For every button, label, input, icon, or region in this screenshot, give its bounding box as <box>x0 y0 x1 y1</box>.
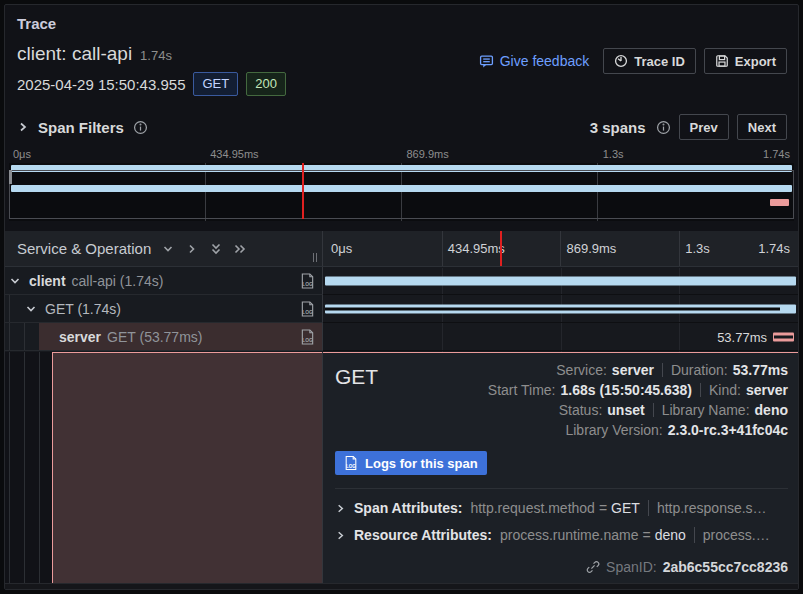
minimap-tick: 0μs <box>13 148 31 160</box>
meta-value: unset <box>607 402 644 418</box>
attribute-value: GET <box>611 500 640 516</box>
span-name-cell: client call-api (1.74s) LOG <box>5 267 323 295</box>
trace-id-button[interactable]: Trace ID <box>603 48 696 74</box>
chevron-right-icon <box>17 121 29 133</box>
chevron-right-icon <box>335 503 346 514</box>
meta-value: 53.77ms <box>733 362 788 378</box>
divider <box>662 363 663 377</box>
span-row-client-call-api[interactable]: client call-api (1.74s) LOG <box>5 267 798 295</box>
indent-guide <box>24 323 25 350</box>
timeline-cursor-line <box>500 231 502 266</box>
column-splitter-handle[interactable] <box>313 253 317 262</box>
minimap-tick: 434.95ms <box>210 148 258 160</box>
timeline-tick: 0μs <box>331 241 352 256</box>
span-id-value: 2ab6c55cc7cc8236 <box>663 559 788 575</box>
indent-guide <box>9 323 10 350</box>
span-detail-left-gutter <box>5 352 323 583</box>
span-service: client <box>29 273 66 289</box>
span-filters-row: Span Filters 3 spans Prev Next <box>17 108 787 146</box>
span-filters-toggle[interactable]: Span Filters <box>17 119 148 136</box>
span-navigation: 3 spans Prev Next <box>590 114 787 140</box>
svg-text:LOG: LOG <box>302 310 313 315</box>
prev-span-button[interactable]: Prev <box>679 114 729 140</box>
span-attributes-toggle[interactable]: Span Attributes: http.request.method=GET… <box>335 500 788 516</box>
divider <box>335 488 788 489</box>
span-bar[interactable] <box>325 276 796 285</box>
span-timeline-cell <box>323 267 798 295</box>
meta-value: server <box>746 382 788 398</box>
minimap-tick-labels: 0μs 434.95ms 869.9ms 1.3s 1.74s <box>9 147 794 163</box>
meta-label: Status: <box>559 402 603 418</box>
meta-label: Kind: <box>709 382 741 398</box>
span-row-get[interactable]: GET (1.74s) LOG <box>5 295 798 323</box>
span-timeline-cell <box>323 295 798 323</box>
divider <box>648 500 649 516</box>
minimap-span-bar <box>11 185 792 192</box>
critical-path-stripe <box>325 307 780 310</box>
meta-label: Start Time: <box>488 382 556 398</box>
chevron-right-icon[interactable] <box>185 242 199 256</box>
svg-text:LOG: LOG <box>302 338 313 343</box>
span-logs-icon[interactable]: LOG <box>300 328 315 346</box>
indent-guide <box>24 352 25 583</box>
indent-guide <box>9 352 10 583</box>
span-service: server <box>59 329 101 345</box>
double-chevron-down-icon[interactable] <box>209 242 223 256</box>
logs-for-span-button[interactable]: LOG Logs for this span <box>335 451 487 475</box>
trace-duration: 1.74s <box>140 48 172 63</box>
trace-header-left: client: call-api 1.74s 2025-04-29 15:50:… <box>17 43 286 96</box>
logs-button-label: Logs for this span <box>365 456 478 471</box>
span-timeline-cell: 53.77ms <box>323 323 798 351</box>
collapse-chevron-icon[interactable] <box>25 303 37 315</box>
logs-icon: LOG <box>344 455 358 471</box>
span-row-server-get[interactable]: server GET (53.77ms) LOG 53.77ms <box>5 323 798 351</box>
double-chevron-right-icon[interactable] <box>233 242 247 256</box>
chevron-right-icon <box>335 530 346 541</box>
divider <box>694 527 695 543</box>
trace-header-actions: Give feedback Trace ID <box>479 48 787 74</box>
attribute-key: process.… <box>703 527 770 543</box>
resource-attributes-label: Resource Attributes: <box>354 527 492 543</box>
timeline-tick: 434.95ms <box>448 241 505 256</box>
minimap-drag-handle[interactable] <box>9 170 12 184</box>
timeline-tick: 869.9ms <box>567 241 617 256</box>
next-span-button[interactable]: Next <box>737 114 787 140</box>
span-operation: GET (53.77ms) <box>107 329 202 345</box>
span-bar[interactable] <box>773 332 794 341</box>
span-detail-panel: GET Service:server Duration:53.77ms Star… <box>323 352 798 583</box>
service-operation-title: Service & Operation <box>17 240 151 257</box>
span-logs-icon[interactable]: LOG <box>300 300 315 318</box>
minimap-tick: 869.9ms <box>407 148 449 160</box>
export-button[interactable]: Export <box>704 48 787 74</box>
indent-guide <box>39 352 40 583</box>
trace-name: client: call-api <box>17 43 132 65</box>
info-icon[interactable] <box>133 120 148 135</box>
link-icon[interactable] <box>586 560 600 574</box>
span-id-footer: SpanID: 2ab6c55cc7cc8236 <box>586 559 788 575</box>
divider <box>700 383 701 397</box>
give-feedback-link[interactable]: Give feedback <box>479 53 590 69</box>
minimap-tick: 1.3s <box>603 148 624 160</box>
chevron-down-icon[interactable] <box>161 242 175 256</box>
horizontal-scrollbar-track[interactable] <box>5 583 798 589</box>
span-id-label: SpanID: <box>606 559 657 575</box>
span-logs-icon[interactable]: LOG <box>300 272 315 290</box>
divider <box>653 403 654 417</box>
clock-icon <box>614 54 628 68</box>
svg-text:LOG: LOG <box>346 464 356 469</box>
collapse-chevron-icon[interactable] <box>9 275 21 287</box>
span-bar[interactable] <box>325 304 796 313</box>
critical-path-stripe <box>774 335 793 338</box>
minimap-canvas[interactable] <box>9 163 794 221</box>
panel-title: Trace <box>17 15 56 32</box>
span-count: 3 spans <box>590 119 646 136</box>
method-badge: GET <box>193 72 238 96</box>
meta-value: server <box>612 362 654 378</box>
info-icon[interactable] <box>656 120 671 135</box>
meta-label: Library Name: <box>662 402 750 418</box>
minimap-tick: 1.74s <box>763 148 790 160</box>
resource-attributes-toggle[interactable]: Resource Attributes: process.runtime.nam… <box>335 527 788 543</box>
minimap-viewport-box[interactable] <box>9 170 794 219</box>
meta-value: deno <box>755 402 788 418</box>
meta-label: Service: <box>556 362 607 378</box>
